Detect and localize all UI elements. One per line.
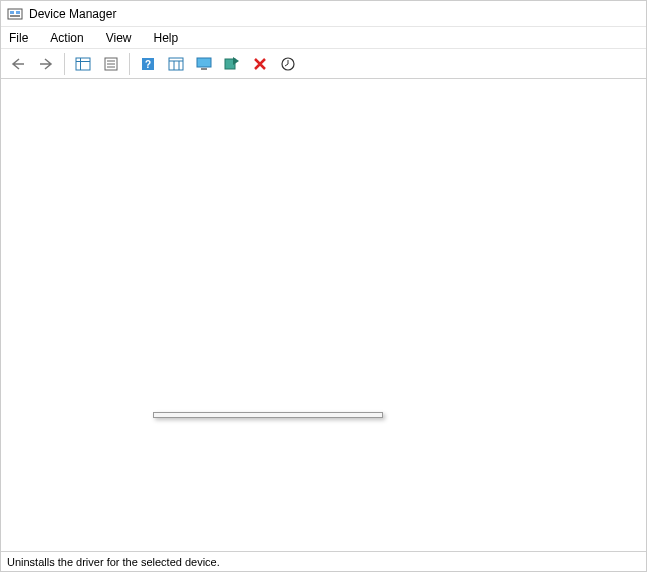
menubar: File Action View Help (1, 27, 646, 49)
back-button[interactable] (5, 52, 31, 76)
help-button[interactable]: ? (135, 52, 161, 76)
menu-file[interactable]: File (5, 29, 32, 47)
details-icon (168, 57, 184, 71)
menu-help[interactable]: Help (150, 29, 183, 47)
svg-rect-3 (10, 15, 20, 17)
show-hidden-icon (75, 57, 91, 71)
help-icon: ? (141, 57, 155, 71)
update-button[interactable] (275, 52, 301, 76)
svg-rect-2 (16, 11, 20, 14)
window-title: Device Manager (29, 7, 116, 21)
status-bar: Uninstalls the driver for the selected d… (1, 551, 646, 571)
svg-rect-1 (10, 11, 14, 14)
back-icon (10, 58, 26, 70)
properties-icon (104, 57, 118, 71)
svg-rect-17 (197, 58, 211, 67)
scan-icon (224, 56, 240, 72)
svg-text:?: ? (145, 59, 151, 70)
scan-button[interactable] (219, 52, 245, 76)
status-text: Uninstalls the driver for the selected d… (7, 556, 220, 568)
app-icon (7, 6, 23, 22)
svg-rect-18 (201, 68, 207, 70)
details-button[interactable] (163, 52, 189, 76)
device-tree[interactable] (1, 79, 646, 551)
menu-view[interactable]: View (102, 29, 136, 47)
svg-rect-13 (169, 58, 183, 70)
toolbar: ? (1, 49, 646, 79)
delete-icon (253, 57, 267, 71)
forward-button[interactable] (33, 52, 59, 76)
update-icon (280, 56, 296, 72)
delete-button[interactable] (247, 52, 273, 76)
monitor-icon (196, 57, 212, 71)
context-menu (153, 412, 383, 418)
toolbar-separator (64, 53, 65, 75)
forward-icon (38, 58, 54, 70)
properties-button[interactable] (98, 52, 124, 76)
monitor-button[interactable] (191, 52, 217, 76)
menu-action[interactable]: Action (46, 29, 87, 47)
svg-rect-4 (76, 58, 90, 70)
titlebar: Device Manager (1, 1, 646, 27)
toolbar-separator (129, 53, 130, 75)
show-hidden-button[interactable] (70, 52, 96, 76)
